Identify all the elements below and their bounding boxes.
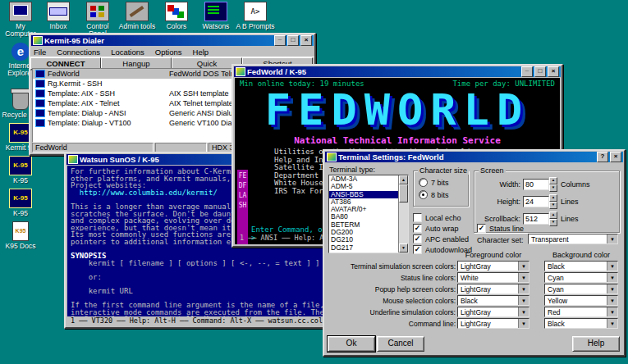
fg-color-combobox[interactable]: Black — [457, 295, 529, 306]
radio-icon — [419, 178, 428, 187]
chevron-down-icon[interactable] — [518, 273, 529, 282]
menu-connections[interactable]: Connections — [57, 48, 100, 57]
chevron-down-icon[interactable] — [518, 319, 529, 328]
scroll-down-arrow-icon[interactable] — [399, 243, 408, 253]
desktop-icon-label: K95 Docs — [0, 243, 41, 250]
spin-down-icon — [549, 184, 557, 192]
fg-color-combobox[interactable]: LightGray — [457, 261, 529, 271]
menu-help[interactable]: Help — [193, 48, 209, 57]
bg-color-combobox[interactable]: Black — [544, 318, 618, 329]
chevron-down-icon[interactable] — [518, 296, 529, 305]
desktop-icon-k95-a[interactable]: K-95 — [0, 156, 41, 184]
chevron-down-icon[interactable] — [607, 284, 617, 293]
radio-8-bits[interactable]: 8 bits — [419, 190, 449, 199]
menu-file[interactable]: File — [34, 48, 46, 57]
scrollback-unit: Lines — [561, 215, 579, 223]
titlebar-help-button[interactable] — [597, 152, 608, 162]
fedworld-titlebar[interactable]: FedWorld / K-95 — [234, 66, 561, 77]
status-line-checkbox[interactable]: Status line — [477, 224, 524, 233]
apc-enabled-checkbox[interactable]: APC enabled — [413, 234, 469, 243]
bg-color-combobox[interactable]: Red — [544, 307, 618, 317]
width-field[interactable]: 80 — [523, 179, 549, 190]
desktop-icon-admin-tools[interactable]: Admin tools — [117, 2, 158, 30]
chevron-down-icon[interactable] — [607, 234, 617, 243]
control-panel-icon — [86, 2, 109, 21]
scrollback-stepper[interactable] — [549, 212, 557, 226]
inbox-icon — [47, 2, 70, 21]
auto-wrap-checkbox[interactable]: Auto wrap — [413, 224, 459, 233]
menu-options[interactable]: Options — [155, 48, 182, 57]
scrollbar-track[interactable] — [399, 202, 408, 243]
terminal-type-listbox[interactable]: ADM-3A ADM-5 ANSI-BBS AT386 AVATAR/0+ BA… — [328, 175, 409, 253]
scroll-up-arrow-icon[interactable] — [399, 175, 408, 184]
color-row-label: Command line: — [326, 320, 456, 328]
chevron-down-icon[interactable] — [607, 319, 617, 328]
desktop-icon-watsons[interactable]: Watsons — [195, 2, 236, 30]
terminal-icon — [204, 2, 227, 21]
desktop-icon-k95-docs[interactable]: K95 Docs — [0, 221, 41, 250]
desktop-icon-colors[interactable]: Colors — [156, 2, 197, 30]
checkbox-label: Local echo — [425, 214, 461, 222]
character-set-combobox[interactable]: Transparent — [528, 234, 618, 244]
desktop-icon-k95-b[interactable]: K-95 — [0, 189, 41, 217]
desktop-icon-label: K-95 — [0, 177, 41, 184]
fg-color-combobox[interactable]: LightGray — [457, 284, 529, 294]
chevron-down-icon[interactable] — [607, 262, 617, 271]
chevron-down-icon[interactable] — [518, 262, 529, 271]
bg-color-combobox[interactable]: Black — [544, 261, 618, 271]
desktop-icon-label: Watsons — [195, 23, 236, 30]
maximize-button[interactable] — [534, 66, 546, 77]
bg-color-combobox[interactable]: Yellow — [544, 295, 618, 306]
connection-icon — [35, 99, 45, 107]
bg-color-combobox[interactable]: Cyan — [544, 272, 618, 283]
spin-up-icon — [549, 177, 557, 184]
close-button[interactable] — [548, 66, 559, 77]
cancel-button[interactable]: Cancel — [377, 336, 424, 352]
width-unit: Columns — [561, 180, 590, 189]
chevron-down-icon[interactable] — [607, 273, 617, 282]
background-color-header: Background color — [544, 251, 618, 259]
menu-locations[interactable]: Locations — [111, 48, 144, 57]
local-echo-checkbox[interactable]: Local echo — [413, 213, 461, 222]
checkbox-label: Auto wrap — [425, 225, 459, 233]
ntis-banner: National Technical Information Service — [235, 135, 560, 146]
desktop-icon-label: Colors — [156, 23, 197, 30]
fg-color-combobox[interactable]: LightGray — [457, 318, 529, 329]
dialer-titlebar[interactable]: Kermit-95 Dialer — [31, 35, 314, 46]
watsun-app-icon — [68, 155, 78, 164]
maximize-button[interactable] — [287, 35, 299, 46]
close-button[interactable] — [300, 35, 312, 46]
desktop: { "desktop": { "left_icons": [ {"label":… — [0, 0, 628, 364]
width-label: Width: — [478, 180, 520, 189]
desktop-icon-inbox[interactable]: Inbox — [38, 2, 79, 30]
close-button[interactable] — [610, 152, 621, 162]
scrollbar-thumb[interactable] — [399, 184, 408, 202]
connection-icon — [35, 70, 45, 78]
terminal-settings-dialog: Terminal Settings: FedWorld Terminal typ… — [323, 149, 626, 357]
height-stepper[interactable] — [549, 194, 557, 209]
width-stepper[interactable] — [549, 177, 557, 192]
listbox-scrollbar[interactable] — [398, 175, 408, 253]
fg-color-combobox[interactable]: White — [457, 272, 529, 283]
chevron-down-icon[interactable] — [607, 307, 617, 316]
minimize-button[interactable] — [274, 35, 286, 46]
bg-color-combobox[interactable]: Cyan — [544, 284, 618, 294]
connection-icon — [35, 89, 45, 98]
radio-label: 7 bits — [431, 179, 449, 187]
chevron-down-icon[interactable] — [607, 296, 617, 305]
scrollback-field[interactable]: 512 — [523, 213, 549, 225]
checkbox-label: APC enabled — [425, 235, 469, 243]
connection-icon — [35, 119, 45, 127]
help-button[interactable]: Help — [572, 336, 620, 352]
checkbox-icon-checked — [477, 224, 486, 233]
settings-titlebar[interactable]: Terminal Settings: FedWorld — [325, 152, 623, 162]
minimize-button[interactable] — [521, 66, 533, 77]
terminal-type-option[interactable]: DG217 — [329, 244, 398, 252]
radio-7-bits[interactable]: 7 bits — [419, 178, 449, 187]
ok-button[interactable]: Ok — [328, 336, 375, 352]
chevron-down-icon[interactable] — [518, 284, 529, 293]
chevron-down-icon[interactable] — [518, 307, 529, 316]
desktop-icon-ab-prompts[interactable]: A B Prompts — [235, 2, 276, 30]
fg-color-combobox[interactable]: LightGray — [457, 307, 529, 317]
height-field[interactable]: 24 — [523, 196, 549, 207]
